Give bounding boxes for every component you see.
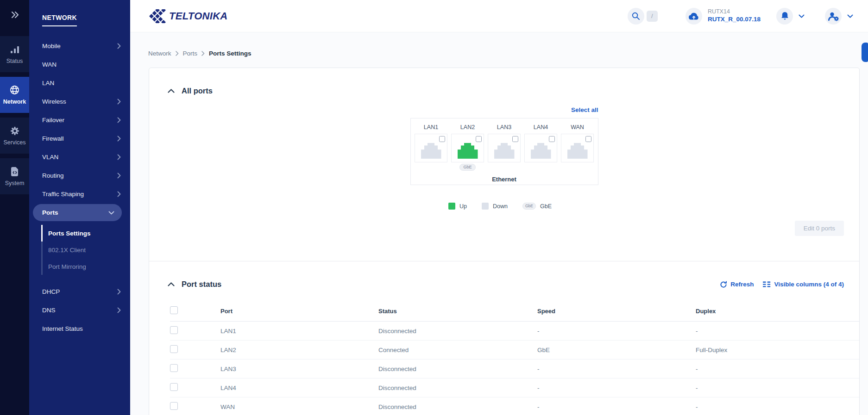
chevron-right-icon	[117, 154, 121, 160]
sidebar-item-mobile[interactable]: Mobile	[29, 37, 130, 55]
sidebar-subitem-8021x-client[interactable]: 802.1X Client	[41, 242, 130, 258]
row-checkbox-wan[interactable]	[170, 402, 178, 410]
sidebar-item-wan[interactable]: WAN	[29, 55, 130, 74]
ports-diagram: Select all LAN1 LAN2	[410, 106, 598, 185]
visible-columns-link[interactable]: Visible columns (4 of 4)	[763, 281, 844, 288]
cell-duplex: -	[696, 403, 859, 410]
rail-item-services[interactable]: Services	[0, 118, 29, 154]
collapse-section-icon[interactable]	[168, 89, 175, 93]
cell-port: LAN4	[220, 384, 378, 391]
edit-ports-row: Edit 0 ports	[149, 210, 859, 236]
port-checkbox-lan4[interactable]	[549, 136, 555, 142]
port-label: LAN4	[534, 124, 548, 130]
refresh-link[interactable]: Refresh	[720, 281, 754, 288]
edit-ports-button[interactable]: Edit 0 ports	[795, 221, 844, 236]
teltonika-logo-mark-icon	[148, 9, 168, 23]
notifications-button[interactable]	[776, 8, 793, 25]
cell-speed: -	[537, 403, 696, 410]
sidebar-item-dns[interactable]: DNS	[29, 301, 130, 319]
ethernet-jack-icon	[494, 143, 515, 159]
row-checkbox-lan1[interactable]	[170, 326, 178, 334]
chevron-right-icon	[117, 136, 121, 142]
port-status-section-header: Port status Refresh	[149, 261, 859, 289]
sidebar-item-label: LAN	[42, 80, 54, 87]
sidebar-subitem-ports-settings[interactable]: Ports Settings	[41, 225, 130, 242]
cell-speed: -	[537, 328, 696, 334]
select-all-link[interactable]: Select all	[410, 106, 598, 113]
breadcrumb-ports[interactable]: Ports	[183, 50, 198, 57]
sidebar-item-internet-status[interactable]: Internet Status	[29, 319, 130, 338]
port-label: LAN3	[497, 124, 511, 130]
table-row: LAN2 Connected GbE Full-Duplex	[170, 341, 859, 359]
refresh-label: Refresh	[730, 281, 754, 288]
collapse-section-icon[interactable]	[168, 282, 175, 286]
sidebar-item-failover[interactable]: Failover	[29, 111, 130, 129]
sidebar-item-vlan[interactable]: VLAN	[29, 148, 130, 166]
rail-item-label: System	[5, 180, 25, 186]
sidebar-item-label: Ports	[42, 209, 58, 216]
table-actions: Refresh Visible columns (4 of 4)	[720, 281, 844, 288]
rail-item-status[interactable]: Status	[0, 36, 29, 72]
sidebar-item-ports[interactable]: Ports	[33, 204, 122, 221]
all-ports-title: All ports	[182, 87, 213, 95]
port-checkbox-wan[interactable]	[585, 136, 591, 142]
icon-rail: Status Network	[0, 0, 29, 415]
row-checkbox-lan3[interactable]	[170, 364, 178, 372]
notifications-dropdown-button[interactable]	[799, 14, 805, 18]
gbe-badge-sample: GbE	[522, 203, 536, 209]
sidebar-item-traffic-shaping[interactable]: Traffic Shaping	[29, 185, 130, 203]
sidebar-subitem-label: Port Mirroring	[48, 263, 86, 270]
port-checkbox-lan1[interactable]	[439, 136, 445, 142]
rail-item-label: Status	[6, 58, 23, 64]
sidebar-item-routing[interactable]: Routing	[29, 166, 130, 185]
port-jack-wan[interactable]	[561, 134, 594, 162]
sidebar-subitem-port-mirroring[interactable]: Port Mirroring	[41, 258, 130, 275]
sidebar-subitem-label: Ports Settings	[48, 230, 91, 237]
port-jack-lan4[interactable]	[524, 134, 557, 162]
double-chevron-right-icon	[10, 11, 19, 19]
breadcrumb-network[interactable]: Network	[148, 50, 171, 57]
sidebar-subitem-label: 802.1X Client	[48, 247, 86, 254]
topbar-actions: / RUTX14 RUTX_R_00.07.18	[628, 8, 853, 25]
port-checkbox-lan2[interactable]	[476, 136, 482, 142]
column-header-speed: Speed	[537, 308, 696, 315]
ethernet-jack-icon	[458, 143, 478, 159]
refresh-icon	[720, 281, 727, 288]
user-settings-button[interactable]	[825, 8, 842, 25]
legend-down-label: Down	[493, 203, 508, 210]
chevron-right-icon	[117, 173, 121, 179]
rail-item-network[interactable]: Network	[0, 77, 29, 113]
sidebar-item-lan[interactable]: LAN	[29, 74, 130, 92]
sidebar-item-wireless[interactable]: Wireless	[29, 92, 130, 111]
topbar: TELTONIKA /	[130, 0, 868, 32]
row-checkbox-lan4[interactable]	[170, 383, 178, 391]
rail-item-system[interactable]: System	[0, 158, 29, 194]
user-dropdown-button[interactable]	[847, 14, 853, 18]
row-checkbox-lan2[interactable]	[170, 345, 178, 353]
port-jack-lan2[interactable]	[451, 134, 484, 162]
firmware-upload-button[interactable]	[686, 8, 702, 25]
chevron-right-icon	[201, 51, 205, 56]
chevron-right-icon	[117, 43, 121, 49]
cell-port: LAN1	[220, 328, 378, 334]
scrollbar-thumb[interactable]	[862, 43, 868, 62]
port-jack-lan1[interactable]	[415, 134, 447, 162]
port-jack-lan3[interactable]	[488, 134, 521, 162]
main-area: TELTONIKA /	[130, 0, 868, 415]
globe-icon	[9, 85, 20, 95]
up-color-swatch	[448, 203, 455, 210]
search-button[interactable]	[628, 8, 644, 25]
port-checkbox-lan3[interactable]	[512, 136, 518, 142]
breadcrumb-ports-settings: Ports Settings	[209, 50, 252, 57]
sidebar-item-label: Traffic Shaping	[42, 191, 84, 198]
select-all-rows-checkbox[interactable]	[170, 306, 178, 314]
teltonika-logo[interactable]: TELTONIKA	[148, 9, 228, 23]
sidebar-item-dhcp[interactable]: DHCP	[29, 282, 130, 301]
cell-port: LAN2	[220, 347, 378, 353]
sidebar-item-firewall[interactable]: Firewall	[29, 129, 130, 148]
collapse-sidebar-button[interactable]	[0, 0, 29, 30]
cell-speed: -	[537, 365, 696, 372]
firmware-version-link[interactable]: RUTX_R_00.07.18	[708, 16, 761, 24]
table-row: LAN3 Disconnected - -	[170, 359, 859, 378]
port-cell-lan3: LAN3	[488, 124, 521, 171]
